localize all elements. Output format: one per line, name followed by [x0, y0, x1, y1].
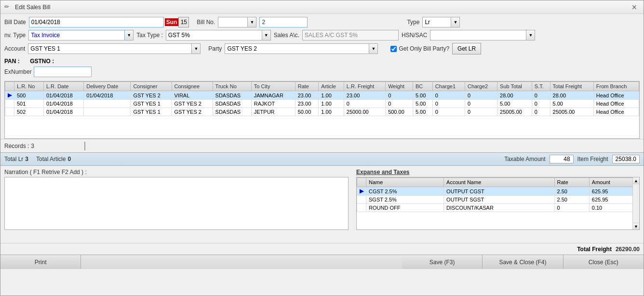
party-input[interactable] — [225, 43, 369, 54]
type-input[interactable] — [422, 17, 451, 27]
tax-type-input[interactable] — [166, 30, 262, 40]
get-only-bill-party-label: Get Only Bill Party? — [399, 45, 449, 52]
hsnsac-combo: ▼ — [430, 30, 535, 40]
footer-spacer — [81, 255, 402, 269]
cell-delivery-date: 01/04/2018 — [84, 91, 131, 100]
bill-no-input[interactable] — [218, 17, 248, 27]
cell-st: 0 — [532, 108, 550, 116]
calendar-button[interactable]: 15 — [178, 17, 189, 27]
bill-no-label: Bill No. — [197, 19, 215, 26]
table-row[interactable]: ▶ 500 01/04/2018 01/04/2018 GST YES 2 VI… — [5, 91, 639, 100]
type-combo: ▼ — [422, 17, 460, 27]
total-article-item: Total Article 0 — [36, 156, 71, 162]
cell-from-branch: Head Office — [593, 100, 639, 108]
narration-box[interactable] — [4, 177, 349, 230]
exp-cell-rate: 2.50 — [554, 196, 589, 204]
type-dropdown-button[interactable]: ▼ — [451, 17, 460, 27]
expenses-table: Name Account Name Rate Amount ▶ CGST 2.5… — [357, 177, 639, 212]
expenses-area: Expanse and Taxes Name Account Name Rate… — [352, 166, 644, 243]
exp-th-indicator — [357, 178, 366, 187]
cell-charge1: 0 — [432, 91, 465, 100]
cell-lr-no: 502 — [14, 108, 44, 116]
expenses-row[interactable]: ▶ CGST 2.5% OUTPUT CGST 2.50 625.95 — [357, 187, 639, 196]
expenses-table-body: ▶ CGST 2.5% OUTPUT CGST 2.50 625.95 SGST… — [357, 187, 639, 212]
close-window-button[interactable]: ✕ — [629, 2, 640, 13]
bill-date-label: Bill Date — [4, 19, 26, 26]
expenses-row[interactable]: ROUND OFF DISCOUNT/KASAR 0 0.10 — [357, 204, 639, 212]
hsnsac-input[interactable] — [430, 30, 526, 40]
title-bar: ✏ Edit Sales Bill ✕ — [0, 0, 644, 14]
table-row[interactable]: 502 01/04/2018 GST YES 1 GST YES 2 SDASD… — [5, 108, 639, 116]
exp-cell-account-name: OUTPUT SGST — [444, 196, 554, 204]
th-total-freight: Total Freight — [550, 82, 593, 91]
scroll-down-button[interactable]: ▼ — [633, 223, 639, 229]
cell-consignee: GST YES 2 — [172, 108, 213, 116]
exp-cell-name: SGST 2.5% — [366, 196, 444, 204]
th-lr-no: L.R. No — [14, 82, 44, 91]
hsnsac-label: HSN/SAC — [402, 32, 427, 39]
scroll-indicator: ▲ ▼ — [632, 177, 639, 229]
expenses-title: Expanse and Taxes — [356, 169, 640, 175]
cell-bc: 5.00 — [413, 91, 432, 100]
form-row-3: Account ▼ Party ▼ Get Only Bill Party? G… — [4, 43, 640, 54]
bill-date-input[interactable] — [29, 17, 164, 27]
bill-no-dropdown-button[interactable]: ▼ — [248, 17, 256, 27]
total-article-label: Total Article — [36, 156, 66, 162]
print-button[interactable]: Print — [0, 255, 81, 269]
inv-type-dropdown-button[interactable]: ▼ — [125, 30, 134, 40]
total-lr-label: Total Lr — [4, 156, 23, 162]
exp-th-account-name: Account Name — [444, 178, 554, 187]
main-window: ✏ Edit Sales Bill ✕ Bill Date Sun 15 Bil… — [0, 0, 644, 296]
cell-lr-freight: 25000.00 — [344, 108, 385, 116]
cell-consigner: GST YES 1 — [131, 108, 172, 116]
cell-consigner: GST YES 2 — [131, 91, 172, 100]
exnumber-label: ExNumber — [4, 68, 32, 75]
exp-th-amount: Amount — [589, 178, 639, 187]
expenses-title-rest: xpanse and Taxes — [360, 169, 410, 175]
cell-lr-freight: 23.00 — [344, 91, 385, 100]
expenses-title-e: E — [356, 169, 360, 175]
scroll-up-button[interactable]: ▲ — [633, 177, 639, 184]
records-label: Records : — [4, 143, 29, 149]
total-freight-value: 26290.00 — [616, 246, 640, 253]
exnumber-input[interactable] — [34, 67, 92, 77]
get-lr-button[interactable]: Get LR — [452, 43, 481, 54]
expenses-row[interactable]: SGST 2.5% OUTPUT SGST 2.50 625.95 — [357, 196, 639, 204]
exp-cell-account-name: OUTPUT CGST — [444, 187, 554, 196]
inv-type-input[interactable] — [28, 30, 125, 40]
cell-article: 1.00 — [319, 91, 344, 100]
records-value: 3 — [31, 143, 34, 149]
cell-article: 1.00 — [319, 100, 344, 108]
close-button[interactable]: Close (Esc) — [564, 255, 644, 269]
cell-bc: 5.00 — [413, 100, 432, 108]
cell-truck-no: SDASDAS — [213, 100, 251, 108]
form-area: Bill Date Sun 15 Bill No. ▼ Type ▼ nv. T… — [0, 14, 644, 81]
save-button[interactable]: Save (F3) — [402, 255, 483, 269]
hsnsac-dropdown-button[interactable]: ▼ — [526, 30, 535, 40]
expenses-header-row: Name Account Name Rate Amount — [357, 178, 639, 187]
exp-th-rate: Rate — [554, 178, 589, 187]
cell-lr-no: 501 — [14, 100, 44, 108]
cell-to-city: JETPUR — [251, 108, 295, 116]
get-only-bill-party-checkbox[interactable] — [390, 46, 397, 52]
day-badge: Sun — [165, 18, 179, 26]
total-lr-item: Total Lr 3 — [4, 156, 28, 162]
cell-total-freight: 28.00 — [550, 91, 593, 100]
cell-consignee: GST YES 2 — [172, 100, 213, 108]
account-input[interactable] — [28, 43, 192, 54]
party-dropdown-button[interactable]: ▼ — [369, 43, 378, 54]
tax-type-dropdown-button[interactable]: ▼ — [262, 30, 271, 40]
account-dropdown-button[interactable]: ▼ — [192, 43, 201, 54]
table-header-row: L.R. No L.R. Date Delivery Date Consigne… — [5, 82, 639, 91]
table-row[interactable]: 501 01/04/2018 GST YES 1 GST YES 2 SDASD… — [5, 100, 639, 108]
save-close-button[interactable]: Save & Close (F4) — [483, 255, 563, 269]
get-only-bill-party-container: Get Only Bill Party? — [390, 45, 449, 52]
inv-type-combo: ▼ — [28, 30, 134, 40]
th-delivery-date: Delivery Date — [84, 82, 131, 91]
main-table-container: L.R. No L.R. Date Delivery Date Consigne… — [4, 81, 640, 139]
bill-no-value-input[interactable] — [259, 17, 308, 27]
taxable-amount-value: 48 — [550, 155, 574, 163]
cell-sub-total: 25005.00 — [497, 108, 532, 116]
cell-weight: 500.00 — [386, 108, 413, 116]
type-label: Type — [407, 19, 419, 26]
